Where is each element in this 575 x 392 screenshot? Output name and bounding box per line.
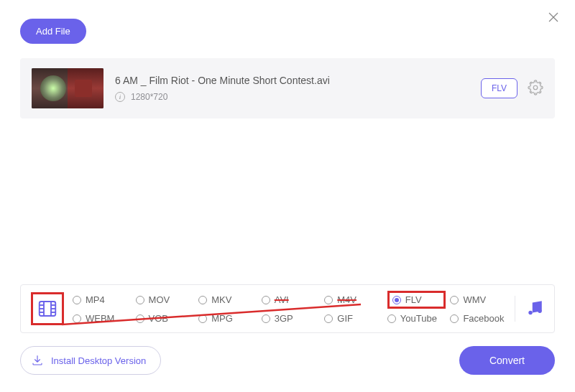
video-thumbnail[interactable] bbox=[32, 68, 104, 108]
radio-icon bbox=[136, 314, 144, 323]
radio-icon bbox=[392, 296, 401, 304]
format-option-youtube[interactable]: YouTube bbox=[387, 313, 446, 324]
radio-icon bbox=[262, 296, 270, 304]
format-label: YouTube bbox=[400, 313, 437, 324]
format-label: MOV bbox=[149, 294, 170, 305]
format-selection-bar: MP4MOVMKVAVIM4VFLVWMVWEBMVOBMPG3GPGIFYou… bbox=[20, 284, 555, 333]
video-icon bbox=[37, 298, 58, 319]
format-label: WMV bbox=[463, 294, 486, 305]
format-label: WEBM bbox=[86, 313, 114, 324]
close-button[interactable] bbox=[546, 10, 561, 24]
radio-icon bbox=[136, 296, 144, 304]
audio-tab[interactable] bbox=[525, 299, 544, 319]
radio-icon bbox=[73, 296, 81, 304]
radio-icon bbox=[450, 296, 459, 304]
close-icon bbox=[548, 11, 559, 23]
format-label: Facebook bbox=[463, 313, 504, 324]
radio-icon bbox=[450, 314, 459, 323]
download-icon bbox=[31, 354, 44, 367]
format-option-webm[interactable]: WEBM bbox=[73, 313, 132, 324]
format-option-vob[interactable]: VOB bbox=[136, 313, 195, 324]
format-label: VOB bbox=[149, 313, 168, 324]
radio-icon bbox=[262, 314, 270, 323]
svg-point-2 bbox=[533, 85, 538, 90]
file-title: 6 AM _ Film Riot - One Minute Short Cont… bbox=[115, 75, 469, 86]
format-option-mkv[interactable]: MKV bbox=[198, 294, 257, 305]
format-label: FLV bbox=[405, 294, 422, 305]
format-label: MKV bbox=[211, 294, 231, 305]
divider bbox=[515, 296, 515, 322]
format-label: 3GP bbox=[275, 313, 293, 324]
install-label: Install Desktop Version bbox=[51, 355, 146, 366]
radio-icon bbox=[324, 296, 333, 304]
video-tab[interactable] bbox=[31, 292, 64, 325]
radio-icon bbox=[73, 314, 81, 323]
format-option-mov[interactable]: MOV bbox=[136, 294, 195, 305]
format-option-avi[interactable]: AVI bbox=[262, 294, 321, 305]
svg-point-12 bbox=[528, 310, 532, 314]
info-icon[interactable]: i bbox=[115, 92, 125, 102]
format-label: GIF bbox=[337, 313, 353, 324]
radio-icon bbox=[324, 314, 333, 323]
format-option-wmv[interactable]: WMV bbox=[450, 294, 509, 305]
format-label: M4V bbox=[337, 294, 356, 305]
format-label: MP4 bbox=[86, 294, 105, 305]
install-desktop-button[interactable]: Install Desktop Version bbox=[20, 346, 161, 375]
file-resolution: 1280*720 bbox=[131, 92, 167, 102]
radio-icon bbox=[198, 296, 207, 304]
format-label: MPG bbox=[211, 313, 233, 324]
format-option-facebook[interactable]: Facebook bbox=[450, 313, 509, 324]
svg-point-13 bbox=[538, 309, 541, 312]
settings-button[interactable] bbox=[528, 80, 543, 98]
format-option-mp4[interactable]: MP4 bbox=[73, 294, 132, 305]
format-option-flv[interactable]: FLV bbox=[387, 291, 446, 309]
format-option-mpg[interactable]: MPG bbox=[198, 313, 257, 324]
radio-icon bbox=[198, 314, 207, 323]
radio-icon bbox=[387, 314, 396, 323]
file-item: 6 AM _ Film Riot - One Minute Short Cont… bbox=[20, 58, 555, 118]
format-option-3gp[interactable]: 3GP bbox=[262, 313, 321, 324]
output-format-button[interactable]: FLV bbox=[481, 78, 518, 98]
gear-icon bbox=[528, 80, 543, 95]
format-label: AVI bbox=[275, 294, 289, 305]
format-option-gif[interactable]: GIF bbox=[324, 313, 383, 324]
format-option-m4v[interactable]: M4V bbox=[324, 294, 383, 305]
convert-button[interactable]: Convert bbox=[459, 346, 555, 375]
music-icon bbox=[525, 299, 544, 317]
add-file-button[interactable]: Add File bbox=[20, 19, 86, 44]
